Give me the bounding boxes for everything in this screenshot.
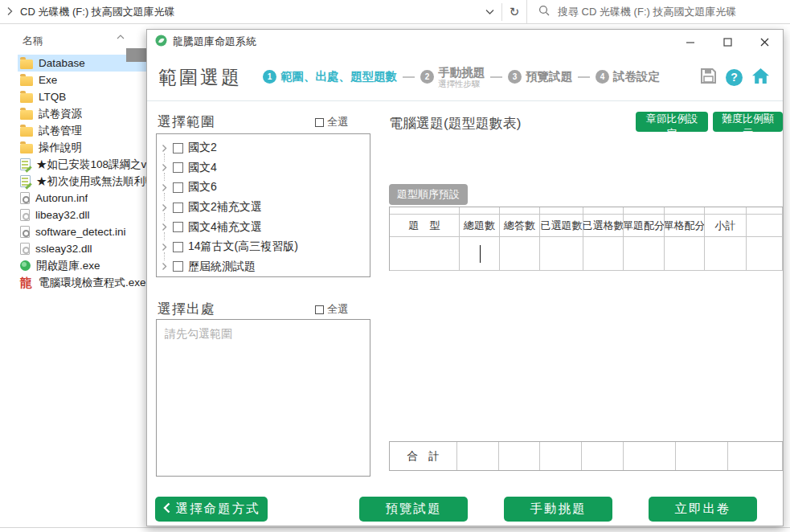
file-row[interactable]: 操作說明 xyxy=(18,139,146,156)
step-2: 2 手動挑題 選擇性步驟 xyxy=(420,66,485,89)
back-button[interactable]: 選擇命題方式 xyxy=(155,497,268,522)
file-row[interactable]: ssleay32.dll xyxy=(18,240,146,257)
checkbox[interactable] xyxy=(173,261,183,272)
table-cell[interactable] xyxy=(747,237,783,271)
file-row[interactable]: 試卷資源 xyxy=(18,105,146,122)
file-row[interactable]: 開啟題庫.exe xyxy=(18,257,146,274)
tree-item[interactable]: 國文6 xyxy=(157,178,370,198)
file-list-pane: 名稱 Database Exe LTQB 試卷資源 試卷管理 操作說明 ★如已安… xyxy=(0,24,146,529)
chevron-right-icon[interactable] xyxy=(162,183,168,192)
source-placeholder: 請先勾選範圍 xyxy=(165,327,232,340)
wizard-header: 範圍選題 1 範圍、出處、題型題數 2 手動挑題 選擇性步驟 3 預覽試題 4 xyxy=(147,54,783,101)
chevron-right-icon[interactable] xyxy=(162,203,168,212)
file-row[interactable]: software_detect.ini xyxy=(18,223,146,240)
step-label: 試卷設定 xyxy=(613,69,660,84)
file-name: Autorun.inf xyxy=(35,192,88,204)
chevron-right-icon[interactable] xyxy=(162,262,168,271)
tree-item-label: 國文6 xyxy=(188,180,217,194)
file-name: 電腦環境檢查程式.exe xyxy=(39,276,146,290)
tree-item[interactable]: 國文4補充文選 xyxy=(157,217,370,237)
total-row: 合 計 xyxy=(389,441,783,471)
dragon-app-icon: 龍 xyxy=(20,276,33,289)
file-row[interactable]: Exe xyxy=(18,72,146,88)
table-cell[interactable] xyxy=(665,237,705,271)
scrollbar-fragment[interactable] xyxy=(126,48,146,62)
home-icon[interactable] xyxy=(751,68,770,88)
table-cell[interactable] xyxy=(624,237,665,271)
file-name: ★初次使用或無法順利執行 xyxy=(36,174,146,189)
checkbox[interactable] xyxy=(173,242,183,252)
name-column-header[interactable]: 名稱 xyxy=(23,34,43,48)
table-cell[interactable] xyxy=(460,237,500,271)
total-cell xyxy=(676,442,728,470)
table-cell[interactable] xyxy=(540,237,583,271)
checkbox[interactable] xyxy=(173,203,183,213)
table-cell[interactable] xyxy=(583,237,624,271)
range-select-all[interactable]: 全選 xyxy=(315,115,348,129)
minimize-button[interactable] xyxy=(672,30,709,54)
maximize-button[interactable] xyxy=(709,30,746,54)
file-name: LTQB xyxy=(39,91,66,103)
file-row[interactable]: ★初次使用或無法順利執行 xyxy=(18,173,146,190)
file-row[interactable]: ★如已安裝108課綱之v1.0 xyxy=(18,156,146,173)
breadcrumb[interactable]: CD 光碟機 (F:) 技高國文題庫光碟 xyxy=(20,5,175,19)
file-row[interactable]: libeay32.dll xyxy=(18,207,146,223)
preview-questions-button[interactable]: 預覽試題 xyxy=(359,497,468,522)
tree-item-label: 國文2補充文選 xyxy=(188,200,262,215)
chevron-right-icon[interactable] xyxy=(162,144,168,153)
close-button[interactable] xyxy=(746,30,783,54)
refresh-button[interactable]: ↻ xyxy=(502,0,526,23)
explorer-toolbar: CD 光碟機 (F:) 技高國文題庫光碟 ↻ 搜尋 CD 光碟機 (F:) 技高… xyxy=(0,0,790,24)
checkbox[interactable] xyxy=(173,143,183,153)
source-list[interactable]: 請先勾選範圍 xyxy=(156,319,370,477)
tree-item-label: 國文4補充文選 xyxy=(188,220,262,235)
source-select-all[interactable]: 全選 xyxy=(315,302,348,317)
range-tree: 國文2 國文4 國文6 國文2補充文選 國文4補充文選 14篇古文(高三複習版)… xyxy=(156,133,370,277)
manual-pick-button[interactable]: 手動挑題 xyxy=(504,497,612,522)
chevron-right-icon[interactable] xyxy=(162,243,168,252)
step-number: 4 xyxy=(596,70,609,84)
address-dropdown-button[interactable] xyxy=(477,0,501,23)
chevron-left-icon xyxy=(163,502,170,517)
address-bar[interactable]: CD 光碟機 (F:) 技高國文題庫光碟 ↻ xyxy=(0,0,526,23)
file-row[interactable]: Autorun.inf xyxy=(18,190,146,207)
save-icon[interactable] xyxy=(700,68,717,88)
checkbox[interactable] xyxy=(173,222,183,232)
dialog-titlebar[interactable]: 龍騰題庫命題系統 xyxy=(147,30,783,54)
search-input[interactable]: 搜尋 CD 光碟機 (F:) 技高國文題庫光碟 xyxy=(526,0,790,23)
chapter-ratio-button[interactable]: 章節比例設定 xyxy=(636,112,708,132)
checkbox[interactable] xyxy=(315,305,324,314)
chevron-right-icon[interactable] xyxy=(162,163,168,172)
file-name: ssleay32.dll xyxy=(35,243,92,255)
difficulty-ratio-button[interactable]: 難度比例顯示 xyxy=(713,112,783,132)
tree-item[interactable]: 國文2補充文選 xyxy=(157,198,370,218)
folder-icon xyxy=(20,127,33,137)
question-order-badge[interactable]: 題型順序預設 xyxy=(389,184,468,205)
step-separator xyxy=(578,76,590,78)
file-list: Database Exe LTQB 試卷資源 試卷管理 操作說明 ★如已安裝10… xyxy=(18,55,146,291)
file-row[interactable]: 龍電腦環境檢查程式.exe xyxy=(18,274,146,291)
chevron-right-icon[interactable] xyxy=(162,223,168,231)
sort-ascending-icon[interactable] xyxy=(117,28,125,43)
breadcrumb-chevron-icon[interactable] xyxy=(6,5,13,19)
table-spacer-cell xyxy=(500,207,540,215)
help-icon[interactable]: ? xyxy=(726,69,743,86)
tree-item[interactable]: 14篇古文(高三複習版) xyxy=(157,237,370,257)
question-system-dialog: 龍騰題庫命題系統 範圍選題 1 範圍、出處、題型題數 2 手動挑題 選擇性步驟 xyxy=(146,29,784,526)
checkbox[interactable] xyxy=(173,162,183,173)
folder-icon xyxy=(20,144,33,153)
table-cell[interactable] xyxy=(705,237,747,271)
page-title: 範圍選題 xyxy=(158,65,242,90)
checkbox[interactable] xyxy=(173,182,183,193)
file-row[interactable]: 試卷管理 xyxy=(18,122,146,139)
step-number: 1 xyxy=(263,70,276,84)
table-cell[interactable] xyxy=(390,237,460,271)
dialog-title: 龍騰題庫命題系統 xyxy=(173,35,256,49)
generate-paper-button[interactable]: 立即出卷 xyxy=(649,497,757,522)
tree-item[interactable]: 國文4 xyxy=(157,158,370,178)
table-cell[interactable] xyxy=(500,237,540,271)
checkbox[interactable] xyxy=(315,118,324,127)
file-row[interactable]: LTQB xyxy=(18,88,146,105)
tree-item[interactable]: 歷屆統測試題 xyxy=(157,257,370,277)
tree-item[interactable]: 國文2 xyxy=(157,138,370,158)
